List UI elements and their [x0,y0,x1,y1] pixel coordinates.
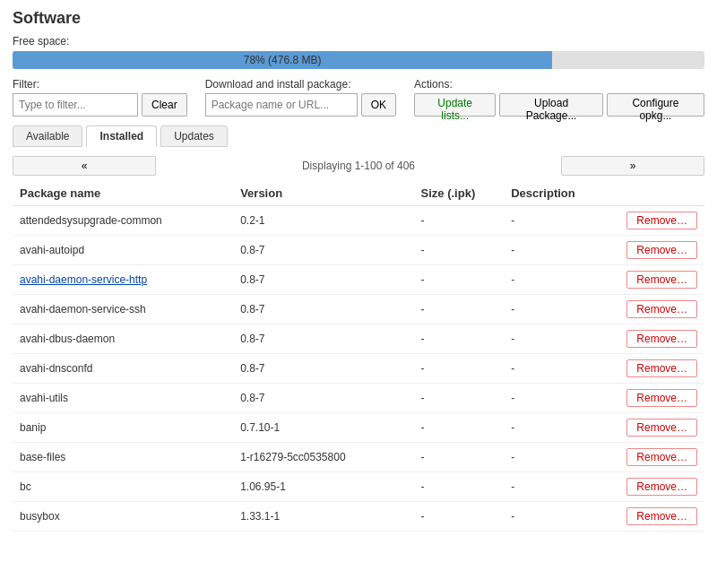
package-desc: - [504,384,604,413]
package-size: - [414,443,505,472]
page-title: Software [13,9,704,28]
table-row: avahi-autoipd0.8-7--Remove… [13,236,704,265]
package-desc: - [504,443,604,472]
tabs-bar: Available Installed Updates [13,125,704,147]
package-name: base-files [13,443,233,472]
package-size: - [414,413,505,443]
remove-button[interactable]: Remove… [626,330,697,348]
package-desc: - [504,324,604,354]
table-row: avahi-dbus-daemon0.8-7--Remove… [13,324,704,354]
table-row: avahi-daemon-service-ssh0.8-7--Remove… [13,295,704,324]
remove-button[interactable]: Remove… [626,212,697,229]
ok-button[interactable]: OK [361,93,396,117]
package-size: - [414,384,505,413]
package-desc: - [504,236,604,265]
filter-input[interactable] [13,93,138,117]
remove-button[interactable]: Remove… [626,389,697,407]
package-version: 0.8-7 [233,295,413,324]
package-size: - [414,236,505,265]
free-space-fill: 78% (476.8 MB) [13,51,552,69]
free-space-bar: 78% (476.8 MB) [13,51,704,69]
configure-opkg-button[interactable]: Configure opkg... [607,93,704,117]
package-version: 0.8-7 [233,384,413,413]
remove-button[interactable]: Remove… [626,478,697,496]
remove-button[interactable]: Remove… [626,448,697,466]
tab-updates[interactable]: Updates [160,125,228,147]
col-header-action [604,181,704,206]
remove-button[interactable]: Remove… [626,359,697,377]
next-page-button[interactable]: » [561,156,704,176]
package-version: 0.8-7 [233,265,413,295]
package-version: 0.2-1 [233,206,413,236]
package-name: avahi-dnsconfd [13,354,233,384]
download-group: Download and install package: OK [205,78,396,117]
package-name: avahi-daemon-service-ssh [13,295,233,324]
pagination-info: Displaying 1-100 of 406 [302,160,415,172]
upload-package-button[interactable]: Upload Package... [499,93,603,117]
col-header-name: Package name [13,181,233,206]
package-desc: - [504,265,604,295]
clear-button[interactable]: Clear [142,93,187,117]
package-version: 1.06.95-1 [233,472,413,502]
col-header-version: Version [233,181,413,206]
package-name: attendedsysupgrade-common [13,206,233,236]
package-name: avahi-dbus-daemon [13,324,233,354]
free-space-label: Free space: [13,35,704,48]
prev-page-button[interactable]: « [13,156,156,176]
package-version: 0.8-7 [233,236,413,265]
package-desc: - [504,502,604,532]
package-desc: - [504,472,604,502]
table-row: attendedsysupgrade-common0.2-1--Remove… [13,206,704,236]
table-row: avahi-utils0.8-7--Remove… [13,384,704,413]
tab-available[interactable]: Available [13,125,82,147]
package-version: 1-r16279-5cc0535800 [233,443,413,472]
col-header-desc: Description [504,181,604,206]
package-size: - [414,265,505,295]
package-size: - [414,324,505,354]
package-version: 0.8-7 [233,354,413,384]
table-row: busybox1.33.1-1--Remove… [13,502,704,532]
remove-button[interactable]: Remove… [626,507,697,525]
package-size: - [414,206,505,236]
package-name: busybox [13,502,233,532]
packages-table: Package name Version Size (.ipk) Descrip… [13,181,704,532]
table-row: avahi-daemon-service-http0.8-7--Remove… [13,265,704,295]
package-name: banip [13,413,233,443]
table-row: base-files1-r16279-5cc0535800--Remove… [13,443,704,472]
table-row: avahi-dnsconfd0.8-7--Remove… [13,354,704,384]
table-row: banip0.7.10-1--Remove… [13,413,704,443]
remove-button[interactable]: Remove… [626,271,697,289]
package-desc: - [504,413,604,443]
package-size: - [414,472,505,502]
package-name: avahi-autoipd [13,236,233,265]
remove-button[interactable]: Remove… [626,300,697,318]
package-size: - [414,502,505,532]
package-name: bc [13,472,233,502]
remove-button[interactable]: Remove… [626,419,697,437]
package-name: avahi-utils [13,384,233,413]
col-header-size: Size (.ipk) [414,181,505,206]
package-size: - [414,295,505,324]
package-version: 0.7.10-1 [233,413,413,443]
download-label: Download and install package: [205,78,396,91]
package-url-input[interactable] [205,93,358,117]
update-lists-button[interactable]: Update lists... [414,93,496,117]
package-version: 0.8-7 [233,324,413,354]
package-desc: - [504,295,604,324]
package-desc: - [504,206,604,236]
package-size: - [414,354,505,384]
package-name-link[interactable]: avahi-daemon-service-http [20,273,147,286]
filter-label: Filter: [13,78,187,91]
table-row: bc1.06.95-1--Remove… [13,472,704,502]
package-version: 1.33.1-1 [233,502,413,532]
pagination-row: « Displaying 1-100 of 406 » [13,156,704,176]
actions-label: Actions: [414,78,704,91]
actions-group: Actions: Update lists... Upload Package.… [414,78,704,117]
filter-group: Filter: Clear [13,78,187,117]
package-desc: - [504,354,604,384]
tab-installed[interactable]: Installed [86,125,157,147]
remove-button[interactable]: Remove… [626,241,697,259]
